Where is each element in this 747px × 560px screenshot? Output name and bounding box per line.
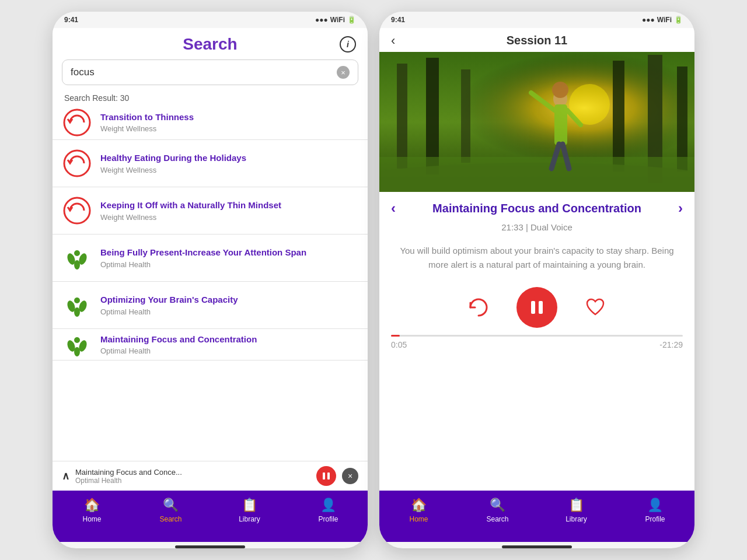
search-nav-icon: 🔍 xyxy=(163,498,179,513)
timeline-progress xyxy=(391,335,400,337)
list-item[interactable]: Healthy Eating During the Holidays Weigh… xyxy=(53,140,368,187)
svg-rect-36 xyxy=(539,301,543,314)
search-phone: 9:41 ●●● WiFi 🔋 Search i × Search Result… xyxy=(53,12,368,548)
replay-button[interactable] xyxy=(464,293,493,322)
result-category: Weight Wellness xyxy=(100,124,358,133)
result-text: Optimizing Your Brain's Capacity Optimal… xyxy=(100,294,358,316)
next-track-button[interactable]: › xyxy=(678,200,683,216)
health-icon xyxy=(62,290,92,320)
nav-profile-right[interactable]: 👤 Profile xyxy=(616,498,694,523)
nav-search-label: Search xyxy=(159,515,181,523)
weight-icon xyxy=(62,107,92,138)
mini-pause-button[interactable] xyxy=(316,466,336,486)
svg-rect-35 xyxy=(531,301,535,314)
svg-point-14 xyxy=(74,337,80,343)
back-button[interactable]: ‹ xyxy=(391,33,395,48)
result-text: Healthy Eating During the Holidays Weigh… xyxy=(100,152,358,174)
home-icon: 🏠 xyxy=(84,498,100,513)
nav-home-label-right: Home xyxy=(409,515,428,523)
session-page-title: Session 11 xyxy=(507,34,568,47)
result-text: Being Fully Present-Increase Your Attent… xyxy=(100,247,358,269)
result-category: Weight Wellness xyxy=(100,166,358,174)
session-track-title: Maintaining Focus and Concentration xyxy=(396,201,678,216)
nav-profile-label: Profile xyxy=(318,515,338,523)
result-category: Weight Wellness xyxy=(100,213,358,222)
nav-home-right[interactable]: 🏠 Home xyxy=(379,498,458,523)
session-description: You will build optimism about your brain… xyxy=(391,239,683,281)
result-name: Healthy Eating During the Holidays xyxy=(100,152,358,164)
pause-button[interactable] xyxy=(516,287,557,328)
search-nav-icon-right: 🔍 xyxy=(490,498,505,513)
clear-search-button[interactable]: × xyxy=(337,66,350,79)
health-icon xyxy=(62,243,92,273)
library-icon-right: 📋 xyxy=(568,498,584,513)
player-buttons xyxy=(391,287,683,328)
search-results-list: Transition to Thinness Weight Wellness H… xyxy=(53,105,368,461)
search-input[interactable] xyxy=(71,66,337,78)
home-indicator xyxy=(175,545,245,548)
nav-profile[interactable]: 👤 Profile xyxy=(289,498,368,523)
nav-search[interactable]: 🔍 Search xyxy=(131,498,210,523)
left-status-icons: ●●● WiFi 🔋 xyxy=(315,16,356,24)
wifi-icon: WiFi xyxy=(657,16,672,24)
time-remaining: -21:29 xyxy=(659,340,683,349)
svg-point-6 xyxy=(74,250,80,256)
favorite-button[interactable] xyxy=(581,293,610,322)
session-content: ‹ Maintaining Focus and Concentration › … xyxy=(379,192,694,491)
expand-icon[interactable]: ∧ xyxy=(62,470,69,482)
result-text: Transition to Thinness Weight Wellness xyxy=(100,111,358,134)
svg-rect-24 xyxy=(677,66,687,172)
home-active-icon: 🏠 xyxy=(411,498,427,513)
nav-library-label: Library xyxy=(239,515,260,523)
health-icon xyxy=(62,330,92,360)
time-elapsed: 0:05 xyxy=(391,340,407,349)
result-name: Keeping It Off with a Naturally Thin Min… xyxy=(100,200,358,211)
nav-search-label-right: Search xyxy=(486,515,508,523)
session-track-nav: ‹ Maintaining Focus and Concentration › xyxy=(391,192,683,220)
svg-rect-15 xyxy=(323,473,325,480)
profile-icon: 👤 xyxy=(320,498,336,513)
result-text: Keeping It Off with a Naturally Thin Min… xyxy=(100,200,358,222)
signal-icon: ●●● xyxy=(315,16,328,24)
nav-library[interactable]: 📋 Library xyxy=(210,498,289,523)
result-name: Being Fully Present-Increase Your Attent… xyxy=(100,247,358,258)
timeline-bar[interactable] xyxy=(391,335,683,337)
right-time: 9:41 xyxy=(391,16,405,24)
list-item[interactable]: Transition to Thinness Weight Wellness xyxy=(53,105,368,140)
left-status-bar: 9:41 ●●● WiFi 🔋 xyxy=(53,12,368,28)
session-phone: 9:41 ●●● WiFi 🔋 ‹ Session 11 xyxy=(379,12,694,548)
svg-point-0 xyxy=(64,110,90,135)
player-timeline[interactable]: 0:05 -21:29 xyxy=(391,335,683,349)
mini-player[interactable]: ∧ Maintaining Focus and Conce... Optimal… xyxy=(53,461,368,491)
nav-home[interactable]: 🏠 Home xyxy=(53,498,131,523)
search-screen: Search i × Search Result: 30 xyxy=(53,28,368,491)
nav-home-label: Home xyxy=(82,515,101,523)
svg-point-30 xyxy=(552,82,568,98)
nav-library-label-right: Library xyxy=(566,515,587,523)
result-category: Optimal Health xyxy=(100,346,358,355)
left-bottom-nav: 🏠 Home 🔍 Search 📋 Library 👤 Profile xyxy=(53,491,368,542)
prev-track-button[interactable]: ‹ xyxy=(391,200,396,216)
forest-background xyxy=(379,52,694,192)
search-header: Search i xyxy=(53,28,368,60)
nav-search-right[interactable]: 🔍 Search xyxy=(458,498,537,523)
list-item[interactable]: Optimizing Your Brain's Capacity Optimal… xyxy=(53,282,368,329)
left-time: 9:41 xyxy=(64,16,78,24)
svg-point-10 xyxy=(74,298,80,303)
svg-point-1 xyxy=(64,150,90,176)
info-button[interactable]: i xyxy=(340,36,356,52)
mini-player-title: Maintaining Focus and Conce... xyxy=(75,468,310,477)
signal-icon: ●●● xyxy=(642,16,655,24)
player-controls: 0:05 -21:29 xyxy=(391,281,683,354)
wifi-icon: WiFi xyxy=(330,16,345,24)
list-item[interactable]: Being Fully Present-Increase Your Attent… xyxy=(53,235,368,282)
list-item[interactable]: Maintaining Focus and Concentration Opti… xyxy=(53,329,368,360)
nav-library-right[interactable]: 📋 Library xyxy=(537,498,616,523)
search-input-wrap: × xyxy=(53,60,368,90)
result-category: Optimal Health xyxy=(100,260,358,269)
nav-profile-label-right: Profile xyxy=(645,515,665,523)
svg-rect-22 xyxy=(613,61,624,172)
list-item[interactable]: Keeping It Off with a Naturally Thin Min… xyxy=(53,187,368,235)
battery-icon: 🔋 xyxy=(674,16,683,24)
mini-close-button[interactable]: × xyxy=(342,468,358,484)
